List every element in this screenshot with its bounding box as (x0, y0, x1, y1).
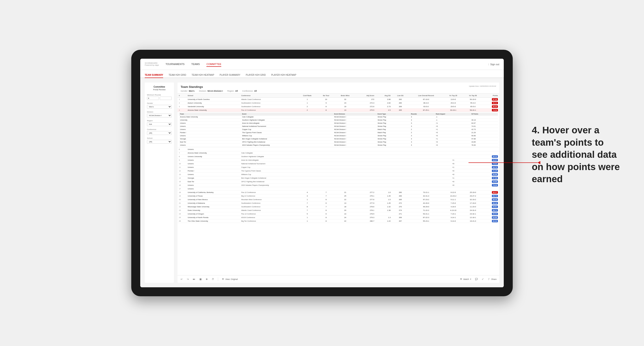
nav-teams[interactable]: TEAMS (191, 62, 200, 67)
table-row[interactable]: 3 Vanderbilt University Southeastern Con… (178, 105, 499, 108)
expanded-data-row[interactable]: Arizona State University Cato Collegiate… (179, 115, 498, 119)
table-row[interactable]: 18 University of California, Berkeley Pa… (178, 191, 499, 194)
sidebar-region-select[interactable]: N/A (147, 122, 172, 126)
expanded-event: National Invitational Tournament (241, 125, 333, 128)
points-cell[interactable]: 78.30 (483, 183, 499, 187)
points-cell[interactable]: 80.94 (483, 219, 499, 223)
avg-score-cell: 2.86 (376, 98, 392, 101)
expanded-data-row[interactable]: Univers 2023 Sahalee Players Championshi… (179, 144, 498, 147)
points-cell[interactable]: 85.54 (483, 212, 499, 216)
points-cell[interactable] (483, 187, 499, 191)
points-cell[interactable]: 30-13 (483, 155, 499, 159)
table-row[interactable]: 8 Univers University Southern Highlands … (178, 155, 499, 159)
nav-committee[interactable]: COMMITTEE (206, 62, 221, 67)
points-cell[interactable]: 90.20 (483, 105, 499, 108)
expanded-data-row[interactable]: East Ter OFCC Fighting Illini Invitation… (179, 141, 498, 144)
table-row[interactable]: 16 Univers 2023 Sahalee Players Champion… (178, 183, 499, 187)
table-row[interactable]: 22 Mississippi State University Southeas… (178, 205, 499, 209)
tab-team-summary[interactable]: TEAM SUMMARY (145, 72, 163, 78)
expanded-data-row[interactable]: Florida I The Cypress Point Classic NCAA… (179, 131, 498, 134)
skip-button[interactable]: ⏭ (193, 278, 196, 281)
table-row[interactable]: 26 The Ohio State University Big Ten Con… (178, 219, 499, 223)
undo-button[interactable]: ↩ (180, 278, 183, 281)
conf-rank-cell: 1 (297, 198, 318, 201)
expand-button[interactable]: ⤢ (481, 278, 484, 281)
expanded-data-row[interactable]: University Southern Highlands Collegiate… (179, 119, 498, 122)
points-cell[interactable]: 88.07 (483, 191, 499, 194)
points-cell[interactable]: 83.81 (483, 205, 499, 209)
expanded-data-row[interactable]: Univers Williams Cup NCAA Division I Str… (179, 134, 498, 137)
expanded-data-row[interactable]: Georgia Ben Hogan Collegiate Invitationa… (179, 137, 498, 141)
points-cell[interactable]: 88.71 (483, 209, 499, 212)
points-cell[interactable]: 88.49 (483, 198, 499, 201)
filter-row: Gender: Men's Division: NCAA Division I … (181, 90, 496, 92)
points-cell[interactable]: 78.50 (483, 108, 499, 112)
expanded-data-row[interactable]: Univers Copper Cup NCAA Division I Match… (179, 128, 498, 131)
rounds-from-input[interactable] (147, 97, 159, 100)
comment-button[interactable]: 💬 (475, 278, 478, 281)
sign-out-button[interactable]: Sign out (490, 63, 499, 66)
expanded-data-row[interactable]: Univers Amer An Intercollegiate NCAA Div… (179, 122, 498, 125)
table-row[interactable]: 2 Auburn University Southeastern Confere… (178, 101, 499, 105)
sidebar-division-select[interactable]: NCAA Division I (147, 114, 172, 117)
tab-player-h2h-heatmap[interactable]: PLAYER H2H HEATMAP (271, 72, 296, 78)
table-row[interactable]: 23 Duke University Atlantic Coast Confer… (178, 209, 499, 212)
table-row[interactable]: 7 Arizona State University Cato Collegia… (178, 151, 499, 155)
table-row[interactable]: 10 Univers National Invitational Tournam… (178, 162, 499, 166)
clock-button[interactable]: ⏱ (212, 278, 214, 281)
expanded-rank-impact: +0 (435, 141, 470, 144)
table-row[interactable]: 21 University of Alabama Southeastern Co… (178, 201, 499, 205)
watch-button[interactable]: 👁 Watch ▼ (460, 278, 472, 281)
points-cell[interactable] (483, 148, 499, 151)
points-cell[interactable]: 42.73 (483, 166, 499, 169)
table-row[interactable]: 20 University of New Mexico Mountain Wes… (178, 198, 499, 201)
filter-gender-value: Men's (189, 90, 194, 92)
view-original-button[interactable]: 👁 View: Original (222, 278, 238, 281)
points-cell[interactable]: 83.89 (483, 216, 499, 219)
points-cell[interactable]: 88.70 (483, 194, 499, 198)
points-cell[interactable]: 93.31 (483, 101, 499, 105)
tab-team-h2h-grid[interactable]: TEAM H2H GRID (168, 72, 186, 78)
table-row[interactable]: 12 Florida I The Cypress Point Classic +… (178, 169, 499, 173)
rank-cell: 14 (178, 176, 186, 180)
points-cell[interactable]: 97.88 (483, 176, 499, 180)
sidebar-conference-select[interactable]: (All) (147, 131, 172, 135)
table-row[interactable]: 17 Univers (178, 187, 499, 191)
points-cell[interactable]: 50.66 (483, 173, 499, 176)
sidebar-gender-select[interactable]: Men's (147, 105, 172, 109)
table-row[interactable]: 1 University of North Carolina Atlantic … (178, 98, 499, 101)
nav-tournaments[interactable]: TOURNAMENTS (166, 62, 185, 67)
table-row[interactable]: 15 East Ter OFCC Fighting Illini Invitat… (178, 180, 499, 183)
tab-player-h2h-grid[interactable]: PLAYER H2H GRID (246, 72, 266, 78)
table-row[interactable]: 25 University of North Florida ASUN Conf… (178, 216, 499, 219)
redo-button[interactable]: ↪ (186, 278, 189, 281)
conference-cell: Southeastern Conference (240, 101, 297, 105)
school-cell: Georgia (186, 176, 240, 180)
table-row[interactable]: TeamEventEvent DivisionEvent TypeRoundsR… (178, 112, 499, 148)
points-cell[interactable]: 97.02 (483, 98, 499, 101)
table-row[interactable]: 11 Univers Copper Cup +1 42.73 (178, 166, 499, 169)
table-row[interactable]: 14 Georgia Ben Hogan Collegiate Invitati… (178, 176, 499, 180)
share-button[interactable]: ⤴ Share (488, 278, 496, 281)
sidebar-school: School (All) (147, 137, 172, 144)
points-cell[interactable] (483, 151, 499, 155)
grid-button[interactable]: ▦ (199, 278, 202, 281)
table-row[interactable]: 24 University of Oregon Pac-12 Conferenc… (178, 212, 499, 216)
no-tour-cell: 8 (318, 198, 334, 201)
conf-rank-cell (297, 151, 318, 155)
table-row[interactable]: 13 Univers Williams Cup +0 50.66 (178, 173, 499, 176)
rounds-to-input[interactable] (160, 97, 172, 100)
table-row[interactable]: 19 University of Texas Big 12 Conference… (178, 194, 499, 198)
points-cell[interactable]: 43.85 (483, 180, 499, 183)
table-row[interactable]: 6 Univers (178, 148, 499, 151)
points-cell[interactable]: 84.97 (483, 159, 499, 162)
points-cell[interactable]: 88.48 (483, 201, 499, 205)
tab-player-summary[interactable]: PLAYER SUMMARY (220, 72, 240, 78)
points-cell[interactable]: 21.29 (483, 169, 499, 173)
plus-button[interactable]: ⊕ (205, 278, 208, 281)
sidebar-school-select[interactable]: (All) (147, 140, 172, 144)
table-row[interactable]: 9 Univers Amer An Intercollegiate +1 84.… (178, 159, 499, 162)
expanded-data-row[interactable]: Univers National Invitational Tournament… (179, 125, 498, 128)
tab-team-h2h-heatmap[interactable]: TEAM H2H HEATMAP (192, 72, 214, 78)
table-row[interactable]: 4 Arizona State University Pac-12 Confer… (178, 108, 499, 112)
